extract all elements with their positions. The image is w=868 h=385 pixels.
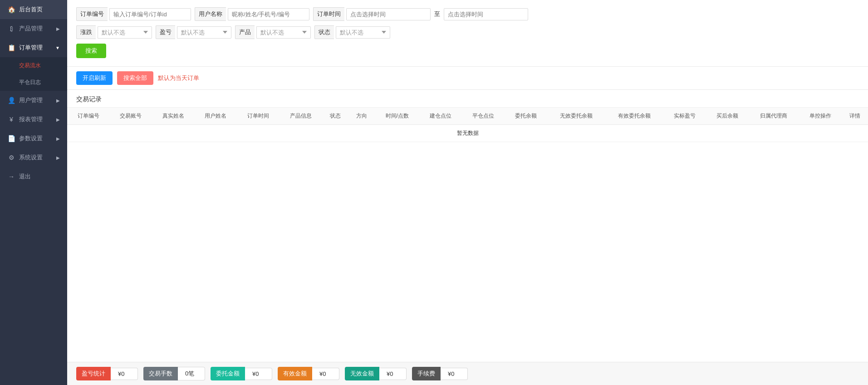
search-all-button[interactable]: 搜索全部 — [117, 71, 153, 85]
sidebar-item-platform-log[interactable]: 平仓日志 — [0, 74, 67, 91]
chevron-right-icon-report: ▶ — [56, 117, 60, 122]
stat-value-entrust-amount: ¥0 — [245, 368, 272, 380]
status-label: 状态 — [314, 25, 334, 39]
username-input[interactable] — [228, 8, 309, 20]
home-icon: 🏠 — [7, 6, 15, 13]
no-data-text: 暂无数据 — [67, 125, 868, 142]
stat-label-trade-count: 交易手数 — [143, 367, 178, 380]
filter-row-3: 搜索 — [76, 44, 859, 58]
col-agent: 归属代理商 — [749, 108, 799, 125]
sidebar-item-product[interactable]: ₿ 产品管理 ▶ — [0, 19, 67, 38]
col-operation: 单控操作 — [799, 108, 842, 125]
order-time-label: 订单时间 — [313, 7, 344, 21]
col-valid-entrust: 有效委托余额 — [605, 108, 664, 125]
sidebar-label-logout: 退出 — [19, 173, 31, 181]
sidebar-label-order: 订单管理 — [19, 44, 43, 52]
report-icon: ¥ — [7, 116, 15, 123]
sidebar-sub-order: 交易流水 平仓日志 — [0, 57, 67, 91]
filter-group-status: 状态 默认不选 — [314, 25, 390, 39]
stat-profit-loss: 盈亏统计 ¥0 — [76, 367, 138, 380]
col-real-name: 真实姓名 — [152, 108, 195, 125]
search-button[interactable]: 搜索 — [76, 44, 106, 58]
status-select[interactable]: 默认不选 — [336, 26, 390, 39]
filter-group-zhangdie: 涨跌 默认不选 — [76, 25, 152, 39]
col-entrust-balance: 委托余额 — [505, 108, 547, 125]
sidebar-label-trade-flow: 交易流水 — [19, 62, 41, 69]
product-select[interactable]: 默认不选 — [256, 26, 311, 39]
sidebar-item-logout[interactable]: → 退出 — [0, 167, 67, 186]
action-bar: 开启刷新 搜索全部 默认为当天订单 — [67, 67, 868, 90]
stat-label-fee: 手续费 — [412, 367, 441, 380]
stat-valid-amount: 有效金额 ¥0 — [278, 367, 339, 380]
stat-label-valid-amount: 有效金额 — [278, 367, 312, 380]
zhangdie-select[interactable]: 默认不选 — [98, 26, 152, 39]
col-order-time: 订单时间 — [237, 108, 280, 125]
filter-group-yingkui: 盈亏 默认不选 — [156, 25, 231, 39]
main-content: 订单编号 用户名称 订单时间 至 涨跌 默认不选 — [67, 0, 868, 385]
sidebar-item-system[interactable]: ⚙ 系统设置 ▶ — [0, 148, 67, 167]
col-invalid-entrust: 无效委托余额 — [547, 108, 605, 125]
table-header-row: 订单编号 交易账号 真实姓名 用户姓名 订单时间 产品信息 状态 方向 时间/点… — [67, 108, 868, 125]
stat-value-profit-loss: ¥0 — [111, 368, 138, 380]
col-product-info: 产品信息 — [280, 108, 322, 125]
col-open-price: 建仓点位 — [420, 108, 462, 125]
sidebar-label-product: 产品管理 — [19, 25, 43, 33]
filter-area: 订单编号 用户名称 订单时间 至 涨跌 默认不选 — [67, 0, 868, 67]
default-today-text: 默认为当天订单 — [158, 74, 199, 82]
sidebar: 🏠 后台首页 ₿ 产品管理 ▶ 📋 订单管理 ▼ 交易流水 平仓日志 👤 用户管… — [0, 0, 67, 385]
stat-label-entrust-amount: 委托金额 — [211, 367, 245, 380]
zhangdie-label: 涨跌 — [76, 25, 96, 39]
chevron-right-icon-system: ▶ — [56, 155, 60, 160]
col-order-no: 订单编号 — [67, 108, 110, 125]
filter-group-product: 产品 默认不选 — [235, 25, 311, 39]
stat-fee: 手续费 ¥0 — [412, 367, 468, 380]
sidebar-item-params[interactable]: 📄 参数设置 ▶ — [0, 129, 67, 148]
order-time-start[interactable] — [346, 8, 431, 20]
stat-entrust-amount: 委托金额 ¥0 — [211, 367, 272, 380]
yingkui-label: 盈亏 — [156, 25, 175, 39]
params-icon: 📄 — [7, 135, 15, 142]
footer-stats: 盈亏统计 ¥0 交易手数 0笔 委托金额 ¥0 有效金额 ¥0 无效金额 ¥0 … — [67, 362, 868, 385]
stat-value-fee: ¥0 — [441, 368, 468, 380]
col-after-buy-balance: 买后余额 — [706, 108, 749, 125]
col-username: 用户姓名 — [195, 108, 237, 125]
order-time-end[interactable] — [444, 8, 528, 20]
product-icon: ₿ — [7, 25, 15, 32]
user-icon: 👤 — [7, 97, 15, 104]
sidebar-label-user: 用户管理 — [19, 96, 43, 104]
product-label: 产品 — [235, 25, 255, 39]
order-no-input[interactable] — [109, 8, 191, 20]
yingkui-select[interactable]: 默认不选 — [177, 26, 231, 39]
logout-icon: → — [7, 173, 15, 180]
refresh-button[interactable]: 开启刷新 — [76, 71, 113, 85]
sidebar-label-params: 参数设置 — [19, 134, 43, 143]
chevron-down-icon: ▼ — [55, 45, 60, 50]
table-title: 交易记录 — [67, 90, 868, 108]
username-label: 用户名称 — [195, 7, 226, 21]
filter-group-username: 用户名称 — [195, 7, 309, 21]
stat-value-trade-count: 0笔 — [178, 367, 205, 380]
chevron-right-icon-user: ▶ — [56, 98, 60, 103]
sidebar-label-dashboard: 后台首页 — [19, 5, 43, 14]
col-detail: 详情 — [841, 108, 868, 125]
stat-invalid-amount: 无效金额 ¥0 — [345, 367, 407, 380]
sidebar-item-user[interactable]: 👤 用户管理 ▶ — [0, 91, 67, 110]
filter-row-1: 订单编号 用户名称 订单时间 至 — [76, 7, 859, 21]
sidebar-label-report: 报表管理 — [19, 115, 43, 123]
table-body: 暂无数据 — [67, 125, 868, 142]
sidebar-item-order[interactable]: 📋 订单管理 ▼ — [0, 38, 67, 57]
data-table: 订单编号 交易账号 真实姓名 用户姓名 订单时间 产品信息 状态 方向 时间/点… — [67, 108, 868, 142]
stat-value-invalid-amount: ¥0 — [379, 368, 407, 380]
chevron-right-icon: ▶ — [56, 26, 60, 31]
filter-group-order-time: 订单时间 至 — [313, 7, 528, 21]
col-actual-pl: 实标盈亏 — [664, 108, 706, 125]
filter-row-2: 涨跌 默认不选 盈亏 默认不选 产品 默认不选 状态 — [76, 25, 859, 39]
col-trade-account: 交易账号 — [110, 108, 152, 125]
table-area: 交易记录 订单编号 交易账号 真实姓名 用户姓名 订单时间 产品信息 状态 方向… — [67, 90, 868, 362]
sidebar-item-report[interactable]: ¥ 报表管理 ▶ — [0, 110, 67, 129]
sidebar-item-trade-flow[interactable]: 交易流水 — [0, 57, 67, 74]
chevron-right-icon-params: ▶ — [56, 136, 60, 141]
order-icon: 📋 — [7, 44, 15, 51]
sidebar-item-dashboard[interactable]: 🏠 后台首页 — [0, 0, 67, 19]
stat-value-valid-amount: ¥0 — [312, 368, 339, 380]
